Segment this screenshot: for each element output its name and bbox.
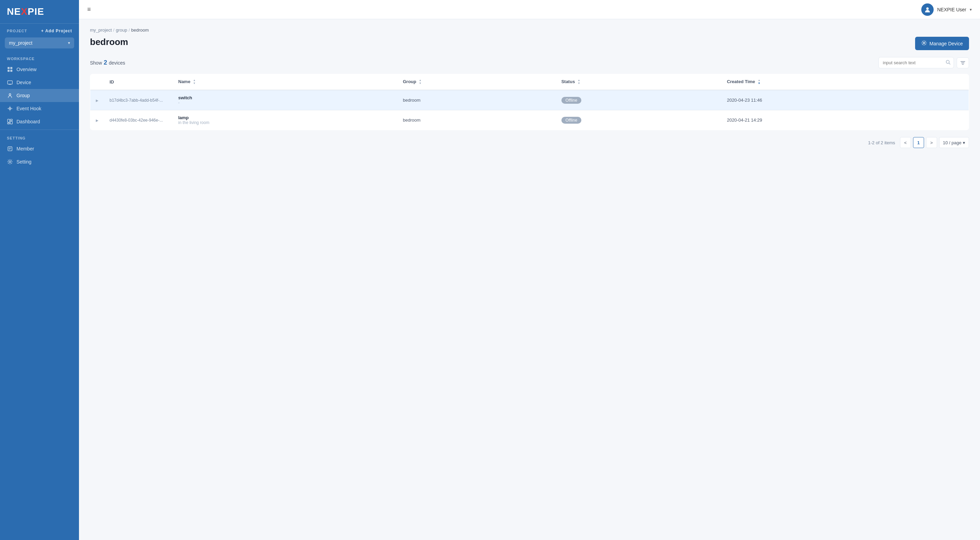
device-icon (7, 80, 13, 86)
row-group-1: bedroom (397, 110, 555, 130)
row-id-0: b17d4bc3-7abb-4add-b54f-... (104, 90, 173, 110)
svg-point-17 (926, 7, 929, 10)
name-sort-icon: ▲▼ (193, 79, 196, 85)
svg-rect-9 (8, 119, 10, 122)
th-name[interactable]: Name ▲▼ (173, 74, 397, 90)
topbar: ≡ NEXPIE User ▾ (79, 0, 980, 19)
svg-rect-1 (10, 67, 12, 69)
group-sort-icon: ▲▼ (419, 79, 422, 85)
devices-table: ID Name ▲▼ Group ▲▼ Status ▲▼ (90, 74, 969, 130)
sidebar-item-group[interactable]: Group (0, 89, 79, 102)
project-selector[interactable]: my_project ▾ (5, 37, 74, 48)
show-count: Show 2 devices (90, 59, 125, 66)
row-name-1: lamp in the living room (173, 110, 397, 130)
user-chevron-icon[interactable]: ▾ (970, 7, 972, 12)
current-page-button[interactable]: 1 (913, 137, 924, 148)
page-header: bedroom Manage Device (90, 37, 969, 50)
row-id-1: d4430fe8-03bc-42ee-946e-... (104, 110, 173, 130)
user-name: NEXPIE User (937, 7, 966, 12)
svg-point-7 (9, 94, 11, 96)
svg-rect-3 (10, 70, 12, 72)
svg-rect-11 (10, 121, 12, 124)
manage-device-button[interactable]: Manage Device (915, 37, 969, 50)
main-wrapper: ≡ NEXPIE User ▾ my_project / group / bed… (79, 0, 980, 540)
breadcrumb-current: bedroom (131, 27, 149, 33)
sidebar-group-label: Group (16, 93, 30, 98)
page-size-chevron-icon: ▾ (963, 140, 965, 145)
sidebar-item-overview[interactable]: Overview (0, 63, 79, 76)
main-content: my_project / group / bedroom bedroom Man… (79, 19, 980, 540)
sidebar-item-setting[interactable]: Setting (0, 155, 79, 168)
row-expand-0[interactable]: ▶ (90, 90, 104, 110)
page-size-selector[interactable]: 10 / page ▾ (939, 137, 969, 148)
menu-icon[interactable]: ≡ (87, 6, 91, 13)
dashboard-icon (7, 118, 13, 125)
pagination-info: 1-2 of 2 items (868, 140, 895, 145)
th-created-time[interactable]: Created Time ▲▼ (721, 74, 969, 90)
row-created-time-0: 2020-04-23 11:46 (721, 90, 969, 110)
row-group-0: bedroom (397, 90, 555, 110)
device-count: 2 (104, 59, 107, 66)
status-badge-0: Offline (562, 97, 581, 104)
search-icon[interactable] (946, 60, 950, 66)
svg-rect-2 (8, 70, 10, 72)
row-status-0: Offline (556, 90, 721, 110)
breadcrumb-project[interactable]: my_project (90, 27, 112, 33)
row-status-1: Offline (556, 110, 721, 130)
sidebar-logo: NEXPIE (0, 0, 79, 24)
row-expand-1[interactable]: ▶ (90, 110, 104, 130)
sidebar-device-label: Device (16, 80, 31, 85)
topbar-left: ≡ (87, 6, 91, 13)
expand-icon-1[interactable]: ▶ (96, 118, 99, 122)
svg-rect-4 (8, 81, 12, 84)
sidebar-item-member[interactable]: Member (0, 142, 79, 155)
created-time-sort-icon: ▲▼ (758, 79, 760, 85)
svg-rect-13 (8, 147, 12, 151)
page-title: bedroom (90, 37, 128, 48)
svg-rect-0 (8, 67, 10, 69)
row-name-0: switch - (173, 90, 397, 110)
workspace-section-label: WORKSPACE (0, 52, 79, 63)
th-status[interactable]: Status ▲▼ (556, 74, 721, 90)
setting-icon (7, 159, 13, 165)
add-project-button[interactable]: + Add Project (41, 29, 72, 33)
pagination: 1-2 of 2 items < 1 > 10 / page ▾ (90, 137, 969, 148)
topbar-right: NEXPIE User ▾ (921, 3, 972, 16)
table-row: ▶ b17d4bc3-7abb-4add-b54f-... switch - b… (90, 90, 969, 110)
logo: NEXPIE (7, 6, 72, 17)
sidebar: NEXPIE PROJECT + Add Project my_project … (0, 0, 79, 540)
search-input[interactable] (878, 57, 954, 68)
sidebar-item-event-hook[interactable]: Event Hook (0, 102, 79, 115)
svg-point-18 (923, 42, 925, 44)
svg-line-20 (949, 63, 950, 64)
sidebar-setting-label: Setting (16, 159, 32, 164)
breadcrumb-group[interactable]: group (116, 27, 127, 33)
sidebar-overview-label: Overview (16, 67, 37, 72)
expand-icon-0[interactable]: ▶ (96, 99, 99, 102)
search-box (878, 57, 954, 68)
list-controls: Show 2 devices (90, 57, 969, 68)
grid-icon (7, 66, 13, 72)
th-expand (90, 74, 104, 90)
filter-button[interactable] (957, 57, 969, 68)
event-icon (7, 105, 13, 112)
row-created-time-1: 2020-04-21 14:29 (721, 110, 969, 130)
sidebar-event-hook-label: Event Hook (16, 106, 41, 111)
status-badge-1: Offline (562, 117, 581, 124)
setting-section-label: SETTING (0, 131, 79, 142)
prev-page-button[interactable]: < (900, 137, 911, 148)
sidebar-item-dashboard[interactable]: Dashboard (0, 115, 79, 128)
svg-rect-12 (8, 123, 10, 124)
search-filter (878, 57, 969, 68)
table-header-row: ID Name ▲▼ Group ▲▼ Status ▲▼ (90, 74, 969, 90)
status-sort-icon: ▲▼ (578, 79, 580, 85)
member-icon (7, 146, 13, 152)
project-section-label: PROJECT + Add Project (0, 24, 79, 35)
th-id: ID (104, 74, 173, 90)
svg-point-16 (9, 161, 11, 163)
table-row: ▶ d4430fe8-03bc-42ee-946e-... lamp in th… (90, 110, 969, 130)
sidebar-item-device[interactable]: Device (0, 76, 79, 89)
th-group[interactable]: Group ▲▼ (397, 74, 555, 90)
gear-icon (921, 40, 927, 47)
next-page-button[interactable]: > (926, 137, 937, 148)
